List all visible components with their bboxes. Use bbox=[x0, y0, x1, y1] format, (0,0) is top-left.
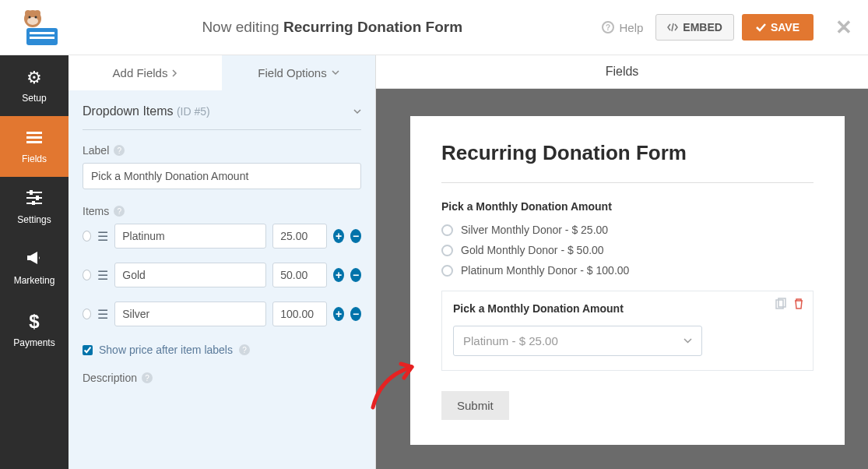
drag-handle-icon[interactable]: ☰ bbox=[97, 268, 108, 283]
list-icon bbox=[0, 129, 69, 149]
selected-field[interactable]: Pick a Monthly Donation Amount Platinum … bbox=[441, 291, 814, 371]
chevron-down-icon bbox=[684, 338, 692, 344]
remove-item-button[interactable]: − bbox=[350, 229, 361, 243]
items-label: Items? bbox=[83, 205, 361, 217]
svg-point-1 bbox=[25, 10, 31, 16]
default-radio[interactable] bbox=[83, 231, 91, 242]
chevron-down-icon bbox=[353, 109, 361, 115]
side-nav: ⚙ Setup Fields Settings Marketing $ Paym… bbox=[0, 55, 69, 469]
svg-rect-7 bbox=[30, 32, 54, 34]
item-row: ☰ + − bbox=[83, 302, 361, 326]
dollar-icon: $ bbox=[0, 311, 69, 333]
code-icon bbox=[667, 23, 678, 32]
nav-settings[interactable]: Settings bbox=[0, 177, 69, 238]
form-card: Recurring Donation Form Pick a Monthly D… bbox=[410, 116, 845, 445]
help-link[interactable]: ? Help bbox=[602, 21, 643, 34]
item-name-input[interactable] bbox=[114, 224, 266, 249]
radio-option[interactable]: Silver Monthly Donor - $ 25.00 bbox=[441, 224, 814, 236]
form-heading: Recurring Donation Form bbox=[441, 141, 814, 165]
nav-setup[interactable]: ⚙ Setup bbox=[0, 55, 69, 116]
nav-fields[interactable]: Fields bbox=[0, 116, 69, 177]
nav-payments[interactable]: $ Payments bbox=[0, 298, 69, 361]
svg-rect-8 bbox=[30, 37, 54, 39]
divider bbox=[441, 182, 814, 183]
nav-marketing[interactable]: Marketing bbox=[0, 238, 69, 298]
svg-point-3 bbox=[27, 17, 38, 25]
svg-rect-12 bbox=[26, 136, 42, 139]
chevron-down-icon bbox=[332, 70, 339, 76]
help-icon[interactable]: ? bbox=[239, 344, 250, 355]
svg-text:?: ? bbox=[606, 23, 610, 32]
field-label: Pick a Monthly Donation Amount bbox=[441, 200, 814, 213]
form-preview-canvas: Fields Recurring Donation Form Pick a Mo… bbox=[376, 55, 868, 469]
editing-label: Now editing Recurring Donation Form bbox=[62, 19, 602, 36]
tab-add-fields[interactable]: Add Fields bbox=[69, 55, 222, 90]
bullhorn-icon bbox=[0, 250, 69, 270]
item-name-input[interactable] bbox=[114, 263, 266, 287]
chevron-right-icon bbox=[172, 69, 177, 77]
canvas-title: Fields bbox=[376, 55, 868, 89]
svg-rect-17 bbox=[36, 196, 39, 200]
item-row: ☰ + − bbox=[83, 263, 361, 287]
gear-icon: ⚙ bbox=[0, 68, 69, 88]
tab-field-options[interactable]: Field Options bbox=[222, 55, 375, 90]
remove-item-button[interactable]: − bbox=[350, 268, 361, 282]
remove-item-button[interactable]: − bbox=[350, 307, 361, 321]
app-logo bbox=[16, 8, 62, 47]
drag-handle-icon[interactable]: ☰ bbox=[97, 229, 108, 244]
svg-point-2 bbox=[34, 10, 40, 16]
default-radio[interactable] bbox=[83, 309, 91, 319]
section-header[interactable]: Dropdown Items (ID #5) bbox=[83, 104, 361, 130]
check-icon bbox=[756, 23, 766, 32]
close-button[interactable]: ✕ bbox=[835, 16, 852, 40]
svg-rect-15 bbox=[30, 190, 33, 195]
field-label: Pick a Monthly Donation Amount bbox=[453, 302, 802, 315]
item-name-input[interactable] bbox=[114, 302, 266, 326]
options-panel: Add Fields Field Options Dropdown Items … bbox=[69, 55, 376, 469]
help-icon[interactable]: ? bbox=[114, 145, 125, 156]
help-icon: ? bbox=[602, 21, 614, 34]
default-radio[interactable] bbox=[83, 270, 91, 280]
svg-rect-13 bbox=[26, 141, 42, 143]
save-button[interactable]: SAVE bbox=[742, 14, 814, 41]
delete-icon[interactable] bbox=[792, 298, 805, 310]
radio-option[interactable]: Gold Monthly Donor - $ 50.00 bbox=[441, 244, 814, 256]
item-price-input[interactable] bbox=[272, 302, 327, 326]
drag-handle-icon[interactable]: ☰ bbox=[97, 307, 108, 322]
add-item-button[interactable]: + bbox=[333, 268, 344, 282]
help-icon[interactable]: ? bbox=[142, 372, 153, 383]
submit-button[interactable]: Submit bbox=[441, 391, 509, 420]
item-row: ☰ + − bbox=[83, 224, 361, 249]
label-label: Label? bbox=[83, 144, 361, 157]
embed-button[interactable]: EMBED bbox=[655, 14, 734, 41]
svg-point-5 bbox=[35, 16, 37, 19]
svg-point-4 bbox=[29, 16, 31, 19]
add-item-button[interactable]: + bbox=[333, 229, 344, 243]
show-price-checkbox[interactable]: Show price after item labels ? bbox=[83, 340, 361, 356]
top-bar: Now editing Recurring Donation Form ? He… bbox=[0, 0, 868, 55]
label-input[interactable] bbox=[83, 163, 361, 189]
sliders-icon bbox=[0, 189, 69, 210]
svg-rect-19 bbox=[32, 201, 35, 205]
dropdown-select[interactable]: Platinum - $ 25.00 bbox=[453, 326, 702, 356]
duplicate-icon[interactable] bbox=[774, 298, 786, 310]
help-icon[interactable]: ? bbox=[114, 206, 125, 217]
item-price-input[interactable] bbox=[272, 263, 327, 287]
add-item-button[interactable]: + bbox=[333, 307, 344, 321]
description-label: Description? bbox=[83, 372, 361, 384]
svg-rect-11 bbox=[26, 132, 42, 134]
item-price-input[interactable] bbox=[272, 224, 327, 249]
radio-option[interactable]: Platinum Monthly Donor - $ 100.00 bbox=[441, 264, 814, 277]
